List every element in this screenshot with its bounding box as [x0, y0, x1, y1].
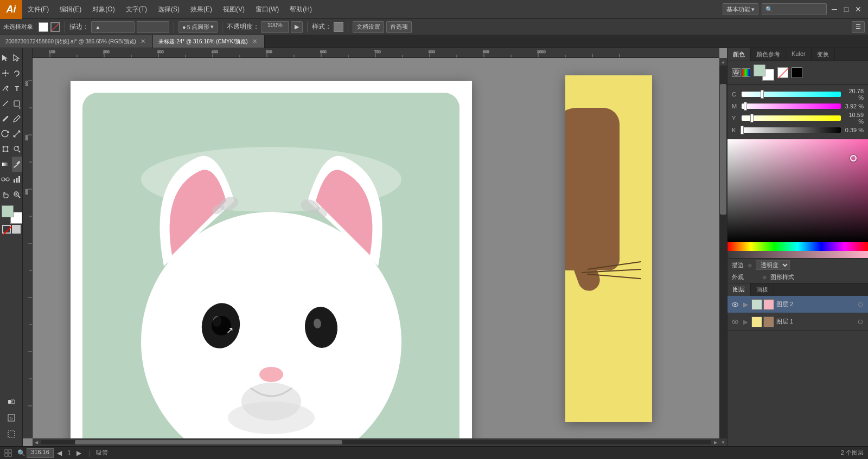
menu-select[interactable]: 选择(S) [152, 0, 185, 18]
menu-type[interactable]: 文字(T) [120, 0, 152, 18]
layers-tab-artboard[interactable]: 画板 [751, 283, 774, 296]
color-sat-val[interactable] [727, 139, 868, 242]
pen-tool[interactable] [0, 81, 11, 96]
stroke-weight-btn[interactable]: ▲ [91, 21, 135, 33]
alpha-bar[interactable] [727, 251, 868, 258]
brush-size-btn[interactable]: ● 5 点圆形 ▾ [178, 21, 218, 33]
no-color-swatch[interactable] [777, 67, 788, 78]
y-slider[interactable] [742, 115, 841, 121]
zoom-down[interactable]: ◀ [55, 449, 64, 457]
tab-transform[interactable]: 变换 [812, 48, 835, 61]
type-tool[interactable]: T [12, 81, 23, 96]
opacity-arrows[interactable]: ▶ [291, 21, 303, 33]
tab-2-close[interactable]: ✕ [251, 38, 259, 46]
layer-1-eye[interactable] [731, 318, 739, 326]
layer-2-expand[interactable]: ▶ [742, 301, 749, 308]
layer-1-lock[interactable] [856, 318, 865, 326]
scroll-up-btn[interactable]: ▲ [719, 58, 727, 66]
canvas-area[interactable]: 100 200 300 400 500 600 700 800 [23, 48, 727, 446]
cmyk-mode-btn[interactable] [732, 68, 741, 77]
panel-toggle-btn[interactable]: ☰ [852, 21, 865, 33]
zoom-tool[interactable] [12, 187, 23, 202]
v-scroll-thumb[interactable] [720, 84, 726, 215]
lasso-tool[interactable] [12, 66, 23, 81]
layer-row-2[interactable]: ▶ 图层 2 [727, 296, 868, 313]
no-fill-btn[interactable] [2, 225, 11, 234]
magic-wand-tool[interactable] [0, 66, 11, 81]
m-slider[interactable] [742, 104, 841, 109]
color-gradient-picker[interactable] [727, 139, 868, 258]
v-scrollbar[interactable]: ▲ ▼ [719, 58, 727, 446]
k-slider-thumb[interactable] [741, 126, 744, 134]
h-scroll-thumb[interactable] [75, 440, 343, 444]
tab-kuler[interactable]: Kuler [786, 48, 812, 61]
gradient-tool[interactable] [0, 157, 11, 172]
blend-tool[interactable] [0, 172, 11, 187]
m-slider-thumb[interactable] [744, 102, 747, 111]
minimize-btn[interactable]: ─ [830, 5, 839, 14]
scroll-right-btn[interactable]: ▶ [712, 438, 719, 446]
layer-1-expand[interactable]: ▶ [742, 318, 749, 326]
zoom-up[interactable]: ▶ [74, 449, 84, 457]
y-slider-thumb[interactable] [750, 114, 754, 122]
tab-2[interactable]: 未标题-24* @ 316.16% (CMYK/预览) ✕ [153, 35, 265, 48]
chart-tool[interactable] [12, 172, 23, 187]
layer-2-lock[interactable] [856, 300, 865, 309]
scroll-left-btn[interactable]: ◀ [33, 438, 40, 446]
reflection-tool[interactable] [2, 394, 21, 409]
preferences-btn[interactable]: 首选项 [386, 21, 412, 33]
k-slider[interactable] [742, 127, 841, 133]
pencil-tool[interactable] [12, 111, 23, 126]
selection-tool[interactable] [0, 50, 11, 66]
tab-color-ref[interactable]: 颜色参考 [751, 48, 786, 61]
menu-edit[interactable]: 编辑(E) [54, 0, 87, 18]
eyedropper-tool[interactable] [12, 157, 23, 172]
symbol-tool[interactable]: S [2, 410, 21, 425]
free-transform-tool[interactable] [0, 141, 11, 157]
menu-window[interactable]: 窗口(W) [250, 0, 284, 18]
hue-bar[interactable] [727, 242, 868, 251]
workspace-btn[interactable]: 基本功能 ▾ [723, 3, 758, 15]
rotate-tool[interactable] [0, 126, 11, 141]
tab-color[interactable]: 颜色 [727, 48, 751, 61]
menu-help[interactable]: 帮助(H) [284, 0, 317, 18]
doc-settings-btn[interactable]: 文档设置 [353, 21, 384, 33]
swap-colors-btn[interactable]: ⇄ [12, 225, 21, 234]
close-btn[interactable]: ✕ [854, 5, 863, 14]
rect-tool[interactable]: ▸ [12, 96, 23, 111]
hand-tool[interactable] [0, 187, 11, 202]
menu-object[interactable]: 对象(O) [87, 0, 120, 18]
tab-1-close[interactable]: ✕ [139, 38, 147, 46]
style-swatch[interactable] [334, 22, 343, 32]
tab-1[interactable]: 2008730172458860 [转换].ai* @ 386.65% (RGB… [0, 35, 153, 48]
zoom-input[interactable]: 316.16 [27, 448, 54, 458]
black-swatch[interactable] [792, 67, 802, 78]
spectrum-mode-btn[interactable] [742, 68, 750, 77]
opacity-dropdown[interactable]: 透明度 [756, 260, 790, 270]
fg-color-block[interactable] [754, 64, 765, 76]
foreground-color[interactable] [2, 205, 14, 217]
scroll-down-btn[interactable]: ▼ [719, 438, 727, 446]
menu-effect[interactable]: 效果(E) [185, 0, 218, 18]
artboard-tool[interactable] [2, 426, 21, 442]
h-scroll-track[interactable] [41, 440, 711, 444]
brush-tool[interactable] [0, 111, 11, 126]
v-scroll-track[interactable] [719, 66, 727, 438]
stroke-input[interactable] [137, 21, 169, 33]
opacity-input[interactable]: 100% [261, 21, 289, 33]
layer-2-eye[interactable] [731, 300, 739, 309]
color-picker-cursor[interactable] [850, 155, 857, 161]
h-scrollbar[interactable]: ◀ ▶ [33, 438, 719, 446]
c-slider[interactable] [742, 92, 841, 97]
zoom-page[interactable]: 1 [65, 449, 73, 457]
direct-selection-tool[interactable] [12, 50, 23, 66]
c-slider-thumb[interactable] [761, 90, 764, 99]
fill-swatch[interactable] [39, 22, 48, 32]
layers-tab-layers[interactable]: 图层 [727, 283, 751, 296]
menu-view[interactable]: 视图(V) [218, 0, 250, 18]
shape-builder-tool[interactable] [12, 141, 23, 157]
scale-tool[interactable] [12, 126, 23, 141]
line-tool[interactable] [0, 96, 11, 111]
maximize-btn[interactable]: □ [842, 5, 851, 14]
stroke-swatch[interactable] [50, 22, 60, 32]
